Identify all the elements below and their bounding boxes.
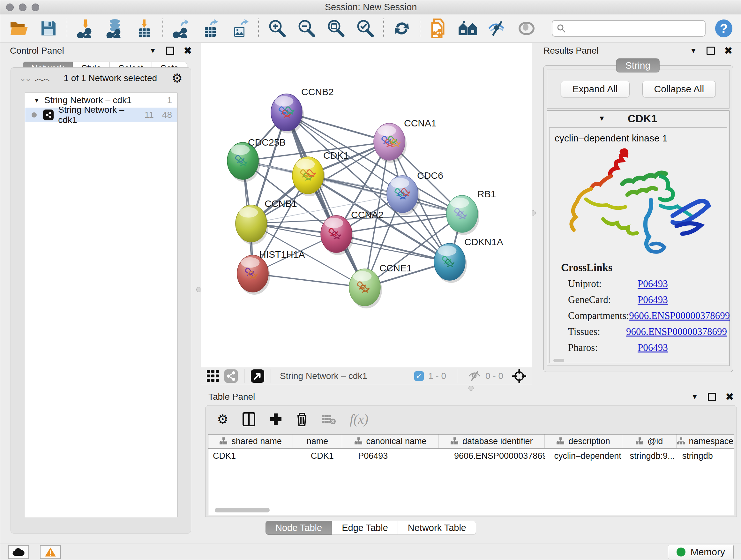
panel-caret-icon[interactable]: ▼ xyxy=(690,47,697,55)
table-row[interactable]: CDK1 CDK1 P06493 9606.ENSP00000378699 cy… xyxy=(208,449,734,463)
network-node[interactable]: HIST1H1A xyxy=(237,249,305,295)
collection-caret-icon[interactable]: ▼ xyxy=(33,97,40,104)
hide-selected-eye-slash-icon[interactable] xyxy=(487,18,507,38)
crosslinks-section: CrossLinks Uniprot:P06493 GeneCard:P0649… xyxy=(549,262,727,354)
column-header-database-identifier[interactable]: database identifier xyxy=(439,435,545,448)
table-panel-title: Table Panel xyxy=(208,392,255,402)
panel-float-icon[interactable] xyxy=(708,393,716,401)
network-from-selection-icon[interactable] xyxy=(428,18,448,38)
protein-caret-icon[interactable]: ▼ xyxy=(598,114,605,123)
tab-node-table[interactable]: Node Table xyxy=(266,521,332,535)
tab-string[interactable]: String xyxy=(616,58,660,72)
houses-icon[interactable] xyxy=(458,18,478,38)
string-network-icon xyxy=(43,110,54,120)
show-columns-icon[interactable] xyxy=(243,412,255,426)
export-network-icon[interactable] xyxy=(172,18,191,38)
crosshair-icon[interactable] xyxy=(512,369,526,383)
crosslink-pharos-link[interactable]: P06493 xyxy=(637,342,668,354)
zoom-in-icon[interactable] xyxy=(267,18,287,38)
import-database-icon[interactable] xyxy=(105,18,125,38)
show-all-eye-icon[interactable] xyxy=(517,18,536,38)
birdseye-share-icon[interactable] xyxy=(224,369,238,383)
crosslink-genecard-link[interactable]: P06493 xyxy=(637,294,668,306)
panel-caret-icon[interactable]: ▼ xyxy=(149,47,156,55)
network-graph[interactable]: CCNB2CCNA1CDC25BCDK1CDC6RB1CCNB1CCNA2CDK… xyxy=(201,43,532,367)
network-canvas[interactable]: CCNB2CCNA1CDC25BCDK1CDC6RB1CCNB1CCNA2CDK… xyxy=(201,43,532,367)
results-scrollbar-thumb[interactable] xyxy=(553,359,564,362)
column-header-name[interactable]: name xyxy=(293,435,342,448)
expand-all-networks-icon[interactable]: ⌄⌄ xyxy=(19,73,30,83)
protein-description: cyclin–dependent kinase 1 xyxy=(549,128,727,144)
network-options-gear-icon[interactable]: ⚙ xyxy=(172,72,183,84)
network-node[interactable]: CDC6 xyxy=(387,170,443,215)
cloud-icon xyxy=(12,548,25,557)
tab-edge-table[interactable]: Edge Table xyxy=(332,521,398,535)
selected-checkbox-icon[interactable]: ✓ xyxy=(414,371,424,381)
expand-all-button[interactable]: Expand All xyxy=(561,81,630,98)
column-header-canonical-name[interactable]: canonical name xyxy=(342,435,439,448)
hidden-eye-slash-icon[interactable] xyxy=(468,371,481,381)
network-row[interactable]: String Network – cdk1 11 48 xyxy=(25,108,177,122)
network-node[interactable]: CCNA1 xyxy=(374,118,436,163)
column-header-namespace[interactable]: namespace xyxy=(677,435,734,448)
network-node[interactable]: RB1 xyxy=(447,189,496,235)
svg-text:CDKN1A: CDKN1A xyxy=(464,237,503,247)
refresh-icon[interactable] xyxy=(392,18,411,38)
hierarchy-icon xyxy=(635,437,644,445)
panel-float-icon[interactable] xyxy=(706,47,715,55)
tab-network-table[interactable]: Network Table xyxy=(398,521,476,535)
control-panel: Control Panel ▼ ✖ Network Style Select S… xyxy=(3,44,198,539)
crosslink-tissues-link[interactable]: 9606.ENSP00000378699 xyxy=(626,326,727,337)
function-builder-icon: f(x) xyxy=(350,412,368,427)
collapse-all-button[interactable]: Collapse All xyxy=(643,81,716,98)
cell-canonical-name: P06493 xyxy=(342,449,439,463)
toolbar-divider xyxy=(258,18,259,38)
zoom-selected-icon[interactable] xyxy=(355,18,375,38)
table-panel: Table Panel ▼ ✖ ⚙ xyxy=(203,390,739,518)
panel-float-icon[interactable] xyxy=(166,47,174,55)
delete-column-icon[interactable] xyxy=(296,412,308,426)
cell-name: CDK1 xyxy=(293,449,342,463)
import-network-icon[interactable] xyxy=(76,18,95,38)
export-image-icon[interactable] xyxy=(230,18,250,38)
crosslink-label: Uniprot: xyxy=(561,278,637,290)
search-box[interactable] xyxy=(552,20,705,37)
network-node[interactable]: CDC25B xyxy=(227,137,286,182)
save-icon[interactable] xyxy=(39,18,58,38)
open-folder-icon[interactable] xyxy=(9,18,29,38)
add-column-icon[interactable] xyxy=(269,413,282,426)
collapse-all-networks-icon[interactable]: ︿︿ xyxy=(35,73,49,84)
column-header-at-id[interactable]: @id xyxy=(622,435,677,448)
column-header-description[interactable]: description xyxy=(545,435,622,448)
table-options-gear-icon[interactable]: ⚙ xyxy=(217,412,228,427)
table-horizontal-scrollbar[interactable] xyxy=(211,507,731,513)
crosslink-uniprot-link[interactable]: P06493 xyxy=(637,278,668,290)
search-input[interactable] xyxy=(569,23,700,34)
open-in-new-window-icon[interactable] xyxy=(251,369,264,383)
control-panel-title: Control Panel xyxy=(10,46,64,56)
import-table-icon[interactable] xyxy=(134,18,154,38)
svg-text:CCNB1: CCNB1 xyxy=(265,198,297,209)
zoom-out-icon[interactable] xyxy=(296,18,316,38)
column-header-shared-name[interactable]: shared name xyxy=(208,435,293,448)
network-node[interactable]: CCNE1 xyxy=(349,263,412,308)
panel-close-icon[interactable]: ✖ xyxy=(726,392,734,401)
cloud-button[interactable] xyxy=(8,545,29,559)
scrollbar-thumb[interactable] xyxy=(215,508,270,512)
panel-close-icon[interactable]: ✖ xyxy=(724,46,732,56)
panel-close-icon[interactable]: ✖ xyxy=(184,46,192,56)
export-table-icon[interactable] xyxy=(201,18,220,38)
zoom-fit-icon[interactable] xyxy=(326,18,346,38)
hierarchy-icon xyxy=(354,437,362,445)
panel-caret-icon[interactable]: ▼ xyxy=(691,393,698,401)
help-icon[interactable]: ? xyxy=(715,19,732,37)
network-node[interactable]: CDKN1A xyxy=(434,237,503,283)
hidden-counts: 0 - 0 xyxy=(485,371,503,381)
crosslink-compartments-link[interactable]: 9606.ENSP00000378699 xyxy=(629,310,730,321)
grid-view-icon[interactable] xyxy=(206,370,219,382)
network-panel-body: ⌄⌄ ︿︿ 1 of 1 Network selected ⚙ ▼ String… xyxy=(10,67,191,534)
warning-button[interactable] xyxy=(40,545,61,559)
table-toolbar: ⚙ f(x) xyxy=(205,406,737,433)
memory-button[interactable]: Memory xyxy=(668,545,734,559)
title-bar: Session: New Session xyxy=(0,0,741,14)
